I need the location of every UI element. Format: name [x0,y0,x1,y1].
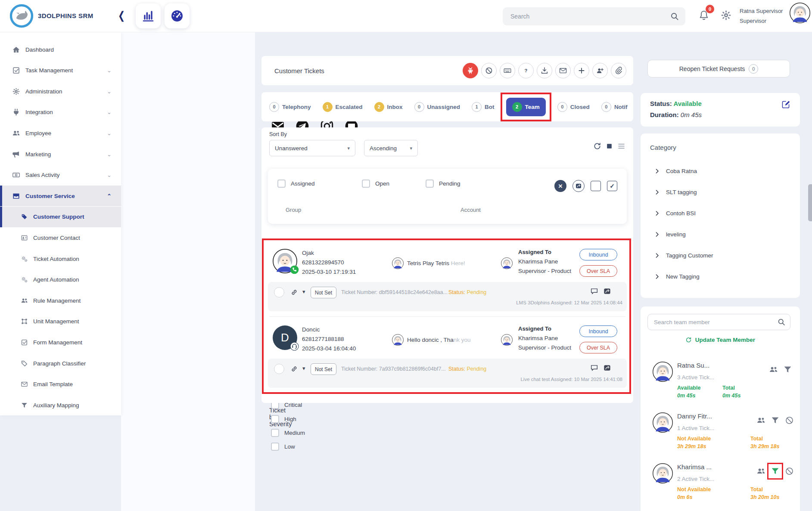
sort-field-dropdown[interactable]: Unanswered▾ [269,140,355,156]
category-leveling[interactable]: leveling [654,231,686,238]
funnel-icon[interactable] [771,467,780,476]
sidebar-item-sales-activity[interactable]: Sales Activity⌄ [0,165,121,186]
dashboard-gauge-button[interactable] [165,3,190,28]
sidebar-item-employee[interactable]: Employee⌄ [0,123,121,143]
search-icon[interactable] [670,12,679,21]
category-new-tagging[interactable]: New Tagging [654,273,700,280]
sidebar-item-email-template[interactable]: Email Template [0,374,121,395]
ticket-select-radio[interactable] [274,287,284,297]
tab-notif[interactable]: 0Notif [601,102,628,112]
sidebar-collapse-button[interactable]: ❬ [117,9,126,22]
sidebar-item-paragraph-classifier[interactable]: Paragraph Classifier [0,353,121,374]
sidebar-item-customer-service[interactable]: Customer Service⌃ [0,186,121,206]
tab-escalated[interactable]: 1Escalated [323,102,363,112]
category-slt-tagging[interactable]: SLT tagging [654,189,697,195]
email-o-button[interactable] [555,63,571,78]
ticket-row-doncic[interactable]: DDoncic62812771881882025-03-04 16:04:40H… [261,322,633,388]
sidebar-item-form-management[interactable]: Form Management [0,332,121,353]
list-view-icon[interactable] [617,142,625,150]
team-member-3[interactable]: Kharimsa ...2 Active Tick...Not Availabl… [641,461,800,509]
help-button[interactable]: ? [518,63,534,78]
funnel-icon[interactable] [771,416,780,425]
refresh-icon[interactable] [593,142,601,150]
tab-bot[interactable]: 1Bot [472,102,495,112]
add-group-button[interactable] [592,63,608,78]
sidebar-item-unit-management[interactable]: Unit Management [0,311,121,332]
tab-unassigned[interactable]: 0Unassigned [414,102,460,112]
group-icon[interactable] [756,416,765,425]
group-icon[interactable] [769,365,778,374]
tab-closed[interactable]: 0Closed [557,102,590,112]
forward-icon[interactable] [603,364,611,372]
category-tagging-customer[interactable]: Tagging Customer [654,252,713,259]
ticket-row-ojak[interactable]: Ojak62813228945702025-03-10 17:19:31Tetr… [261,245,633,311]
sidebar-item-customer-contact[interactable]: Customer Contact [0,227,121,248]
forward-selection-icon[interactable] [572,180,585,192]
empty-select-icon[interactable] [591,181,601,191]
category-coba-ratna[interactable]: Coba Ratna [654,168,697,174]
high-checkbox[interactable] [271,415,279,423]
pending-checkbox[interactable] [426,180,434,188]
ticket-select-radio[interactable] [274,364,284,374]
sidebar-item-integration[interactable]: Integration⌄ [0,102,121,123]
plus-button[interactable] [574,63,589,78]
tab-inbox[interactable]: 2Inbox [374,102,403,112]
sidebar-item-agent-automation[interactable]: Agent Automation [0,269,121,290]
severity-low[interactable]: Low [271,443,295,451]
not-set-button[interactable]: Not Set [311,287,336,298]
clear-selection-icon[interactable]: ✕ [554,180,566,192]
severity-high[interactable]: High [271,415,296,423]
scrollbar-thumb[interactable] [808,184,812,221]
team-member-2[interactable]: Danny Fitr...1 Active Tick...Not Availab… [641,411,800,458]
edit-status-icon[interactable] [781,100,790,109]
severity-medium[interactable]: Medium [271,429,305,437]
open-checkbox[interactable] [362,180,370,188]
block-button[interactable] [481,63,497,78]
assigned-checkbox[interactable] [277,180,286,188]
sidebar-item-marketing[interactable]: Marketing⌄ [0,144,121,164]
team-member-1[interactable]: Ratna Su...3 Active Tick...AvailableTota… [641,360,800,407]
chat-icon[interactable] [590,287,598,295]
not-set-button[interactable]: Not Set [311,363,336,375]
link-icon[interactable] [290,365,298,373]
tab-team[interactable]: 2Team [506,98,546,116]
chevron-down-icon[interactable]: ▾ [302,288,305,295]
attachment-button[interactable] [611,63,626,78]
category-contoh-bsi[interactable]: Contoh BSI [654,210,696,217]
filter-open[interactable]: Open [362,180,389,188]
sidebar-item-rule-management[interactable]: Rule Management [0,290,121,311]
reopen-ticket-requests-button[interactable]: Reopen Ticket Requests 0 [647,60,790,77]
chevron-down-icon[interactable]: ▾ [302,365,305,372]
bot-button[interactable] [463,63,478,78]
card-view-icon[interactable] [605,142,613,150]
block-o-icon[interactable] [785,467,794,476]
filter-pending[interactable]: Pending [426,180,460,188]
sort-order-dropdown[interactable]: Ascending▾ [364,140,418,156]
keyboard-button[interactable] [500,63,515,78]
settings-gear-icon[interactable] [720,9,732,21]
download-button[interactable] [537,63,552,78]
global-search-input[interactable] [503,7,685,25]
sidebar-item-dashboard[interactable]: Dashboard [0,39,121,60]
funnel-icon[interactable] [783,365,792,374]
reports-button[interactable] [136,3,161,28]
sidebar-item-customer-support[interactable]: Customer Support [0,207,121,227]
sidebar-item-administration[interactable]: Administration⌄ [0,81,121,102]
sidebar-item-task-management[interactable]: Task Management⌄ [0,60,121,81]
tab-telephony[interactable]: 0Telephony [269,102,311,112]
low-checkbox[interactable] [271,443,279,451]
group-icon[interactable] [756,467,765,476]
user-avatar[interactable] [790,3,810,23]
sidebar-item-auxiliary-mapping[interactable]: Auxiliary Mapping [0,395,121,415]
sidebar-item-ticket-automation[interactable]: Ticket Automation [0,248,121,269]
filter-assigned[interactable]: Assigned [277,180,315,188]
forward-icon[interactable] [603,287,611,295]
check-select-icon[interactable]: ✓ [607,181,617,191]
team-search-icon[interactable] [777,318,786,326]
team-search-input[interactable] [648,314,790,330]
medium-checkbox[interactable] [271,429,279,437]
update-team-member-button[interactable]: Update Team Member [641,337,800,343]
link-icon[interactable] [290,288,298,296]
block-o-icon[interactable] [785,416,794,425]
chat-icon[interactable] [590,364,598,372]
